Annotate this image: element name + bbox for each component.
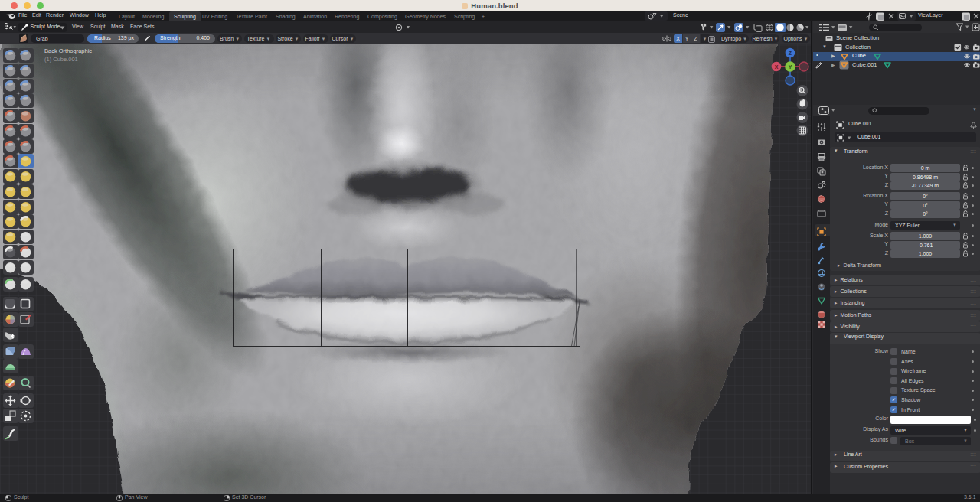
svg-text:X: X — [775, 64, 779, 70]
svg-text:Y: Y — [789, 64, 792, 70]
svg-text:Back Orthographic: Back Orthographic — [44, 47, 92, 54]
svg-text:Z: Z — [789, 51, 792, 56]
svg-text:(1) Cube.001: (1) Cube.001 — [44, 56, 78, 63]
